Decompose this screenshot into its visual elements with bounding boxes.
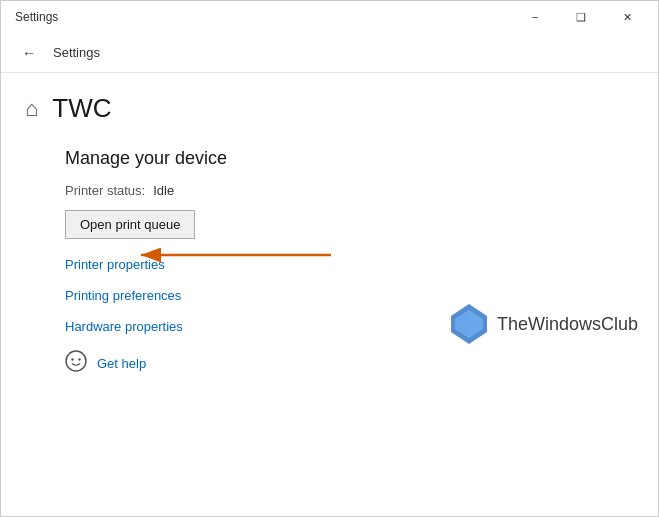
restore-button[interactable]: ❑ <box>558 1 604 33</box>
help-row[interactable]: Get help <box>65 350 634 377</box>
window-controls: − ❑ ✕ <box>512 1 650 33</box>
printer-status-value: Idle <box>153 183 174 198</box>
printing-preferences-link[interactable]: Printing preferences <box>65 288 634 303</box>
page-title: TWC <box>52 93 111 124</box>
printer-properties-link[interactable]: Printer properties <box>65 257 634 272</box>
home-icon: ⌂ <box>25 96 38 122</box>
settings-window: Settings − ❑ ✕ ← Settings ⌂ TWC Manage y… <box>0 0 659 517</box>
svg-point-2 <box>78 358 80 360</box>
watermark: TheWindowsClub <box>449 302 638 346</box>
window-title: Settings <box>15 10 512 24</box>
watermark-text: TheWindowsClub <box>497 314 638 335</box>
page-header: ⌂ TWC <box>1 73 658 132</box>
svg-point-0 <box>66 351 86 371</box>
help-icon <box>65 350 87 377</box>
nav-title: Settings <box>53 45 100 60</box>
back-icon: ← <box>22 45 36 61</box>
title-bar: Settings − ❑ ✕ <box>1 1 658 33</box>
section-title: Manage your device <box>65 148 634 169</box>
main-content: Manage your device Printer status: Idle … <box>1 132 658 516</box>
svg-point-1 <box>71 358 73 360</box>
printer-status-row: Printer status: Idle <box>65 183 634 198</box>
back-button[interactable]: ← <box>13 37 45 69</box>
nav-bar: ← Settings <box>1 33 658 73</box>
minimize-button[interactable]: − <box>512 1 558 33</box>
printer-status-label: Printer status: <box>65 183 145 198</box>
close-button[interactable]: ✕ <box>604 1 650 33</box>
get-help-link[interactable]: Get help <box>97 356 146 371</box>
open-print-queue-button[interactable]: Open print queue <box>65 210 195 239</box>
